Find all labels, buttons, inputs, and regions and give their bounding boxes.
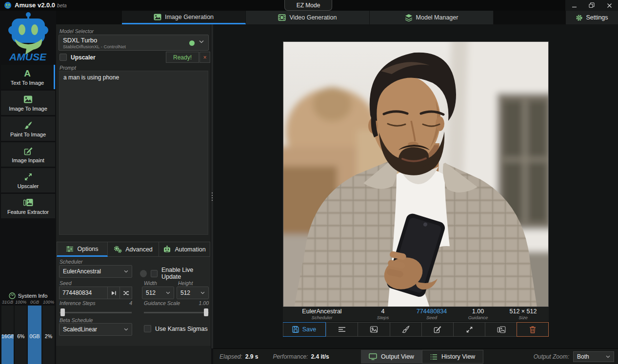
gear-icon — [576, 14, 583, 21]
chevron-down-icon — [124, 328, 128, 331]
minimize-button[interactable] — [565, 0, 583, 11]
seed-row — [59, 287, 132, 299]
restore-button[interactable] — [583, 0, 600, 11]
live-update-checkbox[interactable] — [151, 270, 158, 277]
tab-advanced[interactable]: Advanced — [108, 242, 159, 257]
meter-vram: 0GB 0GB VRAM — [28, 300, 41, 364]
panel-bottom-strip — [56, 348, 211, 364]
ez-mode-button[interactable]: EZ Mode — [284, 0, 332, 11]
close-button[interactable] — [600, 0, 618, 11]
send-to-upscaler-button[interactable] — [453, 323, 485, 336]
output-view-button[interactable]: Output View — [361, 350, 422, 364]
tab-label: Model Manager — [416, 14, 459, 21]
image-action-bar: Save — [283, 322, 549, 337]
tab-options[interactable]: Options — [57, 242, 108, 257]
stacked-images-icon — [23, 198, 33, 208]
edit-square-icon — [434, 326, 441, 333]
height-dropdown[interactable]: 512 — [177, 287, 209, 299]
view-prompt-button[interactable] — [326, 323, 358, 336]
prompt-label: Prompt — [60, 65, 76, 71]
tab-image-generation[interactable]: Image Generation — [122, 11, 246, 24]
random-seed-button[interactable] — [120, 287, 132, 299]
info-scheduler: EulerAncestral Scheduler — [283, 307, 361, 321]
sidebar-item-label: Paint To Image — [10, 132, 46, 137]
width-label: Width — [144, 280, 157, 286]
live-update-indicator — [140, 270, 147, 277]
seed-link[interactable]: 774480834 — [417, 308, 447, 315]
upscaler-checkbox[interactable] — [60, 54, 67, 61]
live-update-label: Enable Live Update — [161, 267, 211, 280]
guidance-scale-slider[interactable] — [144, 308, 209, 316]
sidebar-item-feature-extractor[interactable]: Feature Extractor — [1, 194, 55, 218]
image-icon — [154, 14, 161, 20]
output-area: EulerAncestral Scheduler 4 Steps 7744808… — [213, 24, 618, 348]
tab-label: Video Generation — [289, 14, 337, 21]
sidebar-item-paint-to-image[interactable]: Paint To Image — [1, 116, 55, 141]
history-view-button[interactable]: History View — [422, 350, 483, 364]
seed-input[interactable] — [59, 287, 108, 299]
send-to-paint-button[interactable] — [390, 323, 421, 336]
sidebar-item-image-to-image[interactable]: Image To Image — [1, 91, 55, 115]
save-image-button[interactable]: Save — [283, 322, 326, 337]
karras-sigmas-checkbox[interactable] — [144, 325, 151, 332]
live-update-row: Enable Live Update — [140, 267, 211, 280]
monitor-icon — [369, 353, 377, 360]
title-bar: Amuse v2.0.0beta EZ Mode — [0, 0, 618, 11]
scheduler-dropdown[interactable]: EulerAncestral — [59, 265, 132, 278]
prompt-input[interactable]: a man is using phone — [59, 71, 208, 235]
model-subtitle: StableDiffusionXL - ControlNet — [63, 44, 204, 49]
send-to-image-to-image-button[interactable] — [358, 323, 389, 336]
generated-image[interactable] — [283, 41, 549, 307]
settings-button[interactable]: Settings — [566, 11, 618, 24]
info-size: 512 × 512 Size — [498, 307, 549, 321]
close-icon — [607, 3, 612, 8]
meter-cpu: 100% 6% CPU — [15, 300, 27, 364]
chevron-down-icon — [606, 355, 610, 358]
reuse-seed-button[interactable] — [108, 287, 120, 299]
guidance-scale-value: 1.00 — [188, 300, 209, 306]
slider-handle[interactable] — [60, 308, 65, 316]
scheduler-label: Scheduler — [60, 259, 82, 265]
sidebar-item-text-to-image[interactable]: A Text To Image — [1, 65, 55, 89]
unload-model-button[interactable]: × — [199, 52, 210, 63]
brush-icon — [402, 326, 410, 333]
upscaler-label: Upscaler — [71, 54, 96, 61]
upscaler-checkbox-row: Upscaler — [60, 54, 96, 61]
inference-steps-slider[interactable] — [60, 308, 132, 316]
tab-automation[interactable]: Automation — [159, 242, 210, 257]
tab-model-manager[interactable]: Model Manager — [370, 11, 494, 24]
chevron-down-icon — [124, 270, 128, 273]
status-bar: Elapsed: 2.9 s Performance: 2.4 it/s Out… — [213, 348, 618, 364]
slider-handle[interactable] — [204, 308, 208, 316]
sidebar-item-upscaler[interactable]: Upscaler — [1, 168, 55, 192]
sidebar-item-image-inpaint[interactable]: Image Inpaint — [1, 142, 55, 167]
sidebar-item-label: Text To Image — [11, 80, 44, 86]
robot-icon — [163, 246, 171, 253]
send-to-inpaint-button[interactable] — [421, 323, 453, 336]
karras-sigmas-label: Use Karras Sigmas — [155, 326, 208, 332]
resize-arrows-icon — [24, 172, 33, 182]
width-dropdown[interactable]: 512 — [142, 287, 174, 299]
sidebar-item-label: Upscaler — [18, 183, 39, 189]
app-logo-mini-icon — [4, 1, 12, 9]
model-selector-dropdown[interactable]: SDXL Turbo StableDiffusionXL - ControlNe… — [59, 35, 209, 51]
output-zoom-dropdown[interactable]: Both — [573, 351, 614, 362]
main-tab-bar: Image Generation Video Generation Model … — [0, 11, 618, 24]
info-seed: 774480834 Seed — [405, 307, 459, 321]
window-controls — [565, 0, 618, 11]
ready-status-button[interactable]: Ready! — [166, 52, 199, 63]
floppy-save-icon — [292, 326, 299, 333]
shuffle-icon — [123, 290, 129, 296]
list-icon — [430, 354, 438, 360]
tab-video-generation[interactable]: Video Generation — [246, 11, 370, 24]
generation-panel: Model Selector SDXL Turbo StableDiffusio… — [56, 24, 211, 364]
beta-schedule-dropdown[interactable]: ScaledLinear — [59, 323, 132, 336]
options-tab-bar: Options Advanced Automation — [57, 242, 211, 257]
beta-schedule-label: Beta Schedule — [60, 317, 93, 323]
delete-image-button[interactable] — [517, 322, 549, 337]
height-label: Height — [178, 280, 193, 286]
send-to-feature-extractor-button[interactable] — [485, 323, 517, 336]
letter-a-icon: A — [24, 69, 31, 78]
model-name: SDXL Turbo — [63, 37, 204, 44]
brush-icon — [24, 120, 33, 130]
